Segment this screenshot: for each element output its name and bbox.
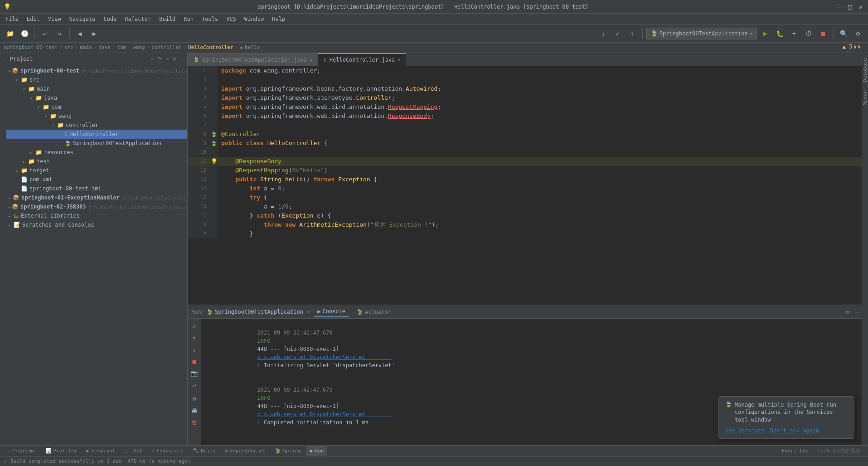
vcs-push-btn[interactable]: ↑ [626, 27, 639, 40]
undo-btn[interactable]: ↩ [39, 27, 51, 40]
tab-springboot-app[interactable]: 🍃 Springboot00TestApplication.java ✕ [188, 53, 318, 66]
bottom-tab-todo[interactable]: ☰ TODO [121, 446, 146, 456]
redo-btn[interactable]: ↪ [53, 27, 66, 40]
minimize-button[interactable]: − [835, 3, 843, 10]
project-minimize-btn[interactable]: − [179, 55, 184, 63]
bottom-tab-spring[interactable]: 🍃 Spring [271, 446, 305, 456]
run-minimize-btn[interactable]: − [855, 309, 858, 315]
run-print-btn[interactable]: 🖶 [189, 405, 200, 416]
menu-view[interactable]: View [44, 14, 65, 24]
menu-build[interactable]: Build [155, 14, 179, 24]
gutter-icon-warning[interactable]: 💡 [210, 157, 218, 166]
breadcrumb-item-java[interactable]: java [98, 44, 111, 50]
tree-item-springboot-02[interactable]: ▸ 📦 springboot-02-JSR303 D:\ideaProjects… [6, 202, 187, 211]
menu-run[interactable]: Run [180, 14, 197, 24]
coverage-btn[interactable]: ☂ [788, 27, 800, 40]
tree-item-com[interactable]: ▾ 📁 com [6, 102, 187, 112]
tree-item-springbootapp[interactable]: ▾ 🍃 Springboot00TestApplication [6, 139, 187, 148]
breadcrumb-item-class[interactable]: HelloController [188, 44, 233, 50]
log-class[interactable]: o.s.web.servlet.DispatcherServlet [257, 354, 392, 360]
menu-vcs[interactable]: VCS [223, 14, 240, 24]
menu-tools[interactable]: Tools [198, 14, 222, 24]
breadcrumb-item-hello[interactable]: hello [245, 44, 260, 50]
gutter-icon-bean[interactable]: 🍃 [210, 130, 218, 139]
tree-item-scratches[interactable]: ▸ 📝 Scratches and Consoles [6, 220, 187, 229]
database-panel-btn[interactable]: Database [861, 54, 868, 86]
breadcrumb-item-src[interactable]: src [64, 44, 73, 50]
settings-btn[interactable]: ⚙ [852, 27, 864, 40]
run-restart-btn[interactable]: ↺ [189, 320, 200, 331]
bottom-tab-run[interactable]: ▶ Run [306, 446, 328, 456]
breadcrumb-item-wang[interactable]: wang [133, 44, 145, 50]
tree-item-src[interactable]: ▾ 📁 src [6, 75, 187, 84]
menu-edit[interactable]: Edit [23, 14, 44, 24]
maximize-button[interactable]: □ [846, 3, 853, 10]
tool-btn-1[interactable]: ⋮ [0, 53, 6, 66]
run-stop-btn[interactable]: ■ [189, 356, 200, 367]
stop-btn[interactable]: ■ [817, 27, 829, 40]
use-services-link[interactable]: Use Services [725, 427, 765, 434]
breadcrumb-item-com[interactable]: com [117, 44, 126, 50]
breadcrumb-item-controller[interactable]: controller [151, 44, 181, 50]
tree-item-java[interactable]: ▾ 📁 java [6, 93, 187, 102]
run-settings-btn[interactable]: ⚙ [846, 309, 849, 315]
menu-refactor[interactable]: Refactor [121, 14, 155, 24]
open-project-btn[interactable]: 📁 [4, 27, 16, 40]
warning-up[interactable]: ∧ [853, 44, 857, 50]
tree-item-wang[interactable]: ▾ 📁 wang [6, 112, 187, 121]
project-sort-btn[interactable]: ≡ [165, 55, 170, 63]
tree-item-main[interactable]: ▾ 📁 main [6, 84, 187, 93]
bottom-tab-event-log[interactable]: Event Log [778, 446, 813, 456]
profile-btn[interactable]: ⏱ [802, 27, 815, 40]
run-cog-btn[interactable]: ⚙ [189, 393, 200, 404]
run-camera-btn[interactable]: 📷 [189, 368, 200, 379]
project-sync-btn[interactable]: ⟳ [156, 55, 163, 63]
run-wrap-btn[interactable]: ↵ [189, 379, 200, 390]
search-btn[interactable]: 🔍 [837, 27, 850, 40]
bottom-tab-endpoints[interactable]: ⚡ Endpoints [148, 446, 187, 456]
debug-btn[interactable]: 🐛 [773, 27, 786, 40]
tree-item-resources[interactable]: ▸ 📁 resources [6, 148, 187, 157]
menu-help[interactable]: Help [268, 14, 289, 24]
project-add-btn[interactable]: ⊕ [150, 55, 155, 63]
dont-ask-link[interactable]: Don't ask again [770, 427, 819, 434]
menu-window[interactable]: Window [241, 14, 267, 24]
tree-item-springboot-00-test[interactable]: ▾ 📦 springboot-00-test D:\ideaProjects\1… [6, 66, 187, 75]
run-tab-console[interactable]: ▶ Console [314, 306, 349, 317]
maven-panel-btn[interactable]: Maven [861, 87, 868, 109]
tab-hello-controller[interactable]: C HelloController.java ✕ [318, 53, 406, 66]
navigate-fwd-btn[interactable]: ▶ [88, 27, 101, 40]
menu-code[interactable]: Code [100, 14, 121, 24]
bottom-tab-build[interactable]: 🔨 Build [189, 446, 219, 456]
tree-item-external-libs[interactable]: ▸ 🗂 External Libraries [6, 211, 187, 220]
tab-close-btn[interactable]: ✕ [398, 58, 400, 63]
run-delete-btn[interactable]: 🗑 [189, 417, 200, 427]
tree-item-pomxml[interactable]: ▾ 📄 pom.xml [6, 175, 187, 184]
breadcrumb-item-main[interactable]: main [80, 44, 92, 50]
gutter-icon-bean[interactable]: 🍃 [210, 139, 218, 148]
tree-item-springboot-01[interactable]: ▸ 📦 springboot-01-ExceptionHandler D:\id… [6, 193, 187, 202]
tree-item-target[interactable]: ▸ 📁 target [6, 166, 187, 175]
vcs-update-btn[interactable]: ↓ [597, 27, 610, 40]
run-tab-actuator[interactable]: 🍃 Actuator [353, 307, 395, 317]
run-down-btn[interactable]: ↓ [189, 344, 200, 355]
warning-indicator[interactable]: ▲ 5 ∧ ∨ [843, 44, 861, 50]
navigate-back-btn[interactable]: ◀ [73, 27, 86, 40]
breadcrumb-item-method[interactable]: ⬥ [240, 44, 243, 50]
run-close-btn[interactable]: ✕ [307, 309, 310, 315]
code-editor[interactable]: 1 package com.wang.controller; 2 3 [188, 66, 862, 305]
bottom-tab-dependencies[interactable]: ⚙ Dependencies [221, 446, 269, 456]
project-settings-btn[interactable]: ⚙ [172, 55, 177, 63]
breadcrumb-item-project[interactable]: springboot-00-test [4, 44, 58, 50]
close-button[interactable]: ✕ [857, 3, 864, 10]
tree-item-hellocontroller[interactable]: ▾ C HelloController [6, 130, 187, 139]
tree-item-test[interactable]: ▸ 📁 test [6, 157, 187, 166]
warning-down[interactable]: ∨ [858, 44, 861, 50]
menu-navigate[interactable]: Navigate [66, 14, 99, 24]
bottom-tab-profiler[interactable]: 📊 Profiler [42, 446, 81, 456]
bottom-tab-terminal[interactable]: ▶ Terminal [83, 446, 119, 456]
log-class[interactable]: o.s.web.servlet.DispatcherServlet [257, 411, 392, 417]
tree-item-controller[interactable]: ▾ 📁 controller [6, 121, 187, 130]
vcs-commit-btn[interactable]: ✓ [611, 27, 624, 40]
run-up-btn[interactable]: ↑ [189, 332, 200, 343]
